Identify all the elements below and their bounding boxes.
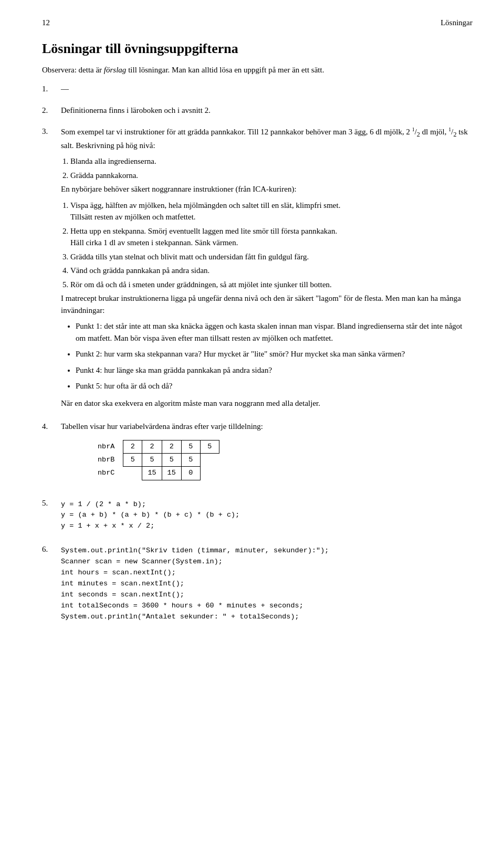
- intro-text-before: Observera: detta är: [42, 66, 104, 74]
- section-3-para2: En nybörjare behöver säkert noggrannare …: [61, 183, 472, 195]
- sublist-item-1: Blanda alla ingredienserna.: [70, 157, 156, 165]
- section-5-content: y = 1 / (2 * a * b); y = (a + b) * (a + …: [61, 497, 472, 534]
- page-number: 12: [42, 17, 50, 29]
- table-row: nbrA 2 2 2 5 5: [92, 440, 219, 453]
- nbrA-val3: 2: [162, 440, 181, 453]
- section-4-content: Tabellen visar hur variabelvärdena ändra…: [61, 421, 472, 487]
- section-3-text2: dl mjöl,: [422, 128, 447, 136]
- section-5-code: y = 1 / (2 * a * b); y = (a + b) * (a + …: [61, 499, 472, 532]
- nbrC-val1: [123, 467, 142, 480]
- nbrB-val4: 5: [181, 454, 200, 467]
- section-5: 5. y = 1 / (2 * a * b); y = (a + b) * (a…: [42, 497, 472, 534]
- section-5-num: 5.: [42, 497, 61, 534]
- list-item: Blanda alla ingredienserna.: [70, 155, 472, 167]
- detailed-item-2-extra: Häll cirka 1 dl av smeten i stekpannan. …: [70, 238, 238, 247]
- nbrC-val5: [200, 467, 219, 480]
- nbrA-val2: 2: [142, 440, 162, 453]
- section-2-num: 2.: [42, 104, 61, 117]
- nbrB-val2: 5: [142, 454, 162, 467]
- list-item: Grädda tills ytan stelnat och blivit mat…: [70, 251, 472, 263]
- detailed-item-1-main: Vispa ägg, hälften av mjölken, hela mjöl…: [70, 201, 340, 209]
- section-1-content: —: [61, 83, 472, 95]
- nbrC-val3: 15: [162, 467, 181, 480]
- list-item: Punkt 4: hur länge ska man grädda pannka…: [76, 364, 472, 376]
- section-6-content: System.out.println("Skriv tiden (timmar,…: [61, 543, 472, 624]
- nbrA-val5: 5: [200, 440, 219, 453]
- page-chapter: Lösningar: [440, 17, 472, 29]
- section-3-num: 3.: [42, 125, 61, 413]
- detailed-item-2-main: Hetta upp en stekpanna. Smörj eventuellt…: [70, 227, 337, 235]
- table-row: nbrC 15 15 0: [92, 467, 219, 480]
- nbrB-val3: 5: [162, 454, 181, 467]
- nbrC-label: nbrC: [92, 467, 123, 480]
- list-item: Vänd och grädda pannkakan på andra sidan…: [70, 265, 472, 277]
- table-row: nbrB 5 5 5 5: [92, 454, 219, 467]
- list-item: Grädda pannkakorna.: [70, 170, 472, 182]
- section-2-content: Definitionerna finns i läroboken och i a…: [61, 104, 472, 117]
- section-1-num: 1.: [42, 83, 61, 95]
- section-3-bullet-list: Punkt 1: det står inte att man ska knäck…: [76, 320, 472, 392]
- section-6-code: System.out.println("Skriv tiden (timmar,…: [61, 545, 472, 622]
- section-1: 1. —: [42, 83, 472, 95]
- nbrB-val1: 5: [123, 454, 142, 467]
- section-2: 2. Definitionerna finns i läroboken och …: [42, 104, 472, 117]
- detailed-item-1-extra: Tillsätt resten av mjölken och matfettet…: [70, 213, 196, 221]
- list-item: Rör om då och då i smeten under gräddnin…: [70, 279, 472, 291]
- variable-table-section: nbrA 2 2 2 5 5 nbrB 5 5 5 5: [92, 440, 472, 480]
- nbrB-val5: [200, 454, 219, 467]
- list-item: Punkt 2: hur varm ska stekpannan vara? H…: [76, 348, 472, 360]
- page-title: Lösningar till övningsuppgifterna: [42, 38, 472, 59]
- detailed-item-4-main: Vänd och grädda pannkakan på andra sidan…: [70, 266, 209, 275]
- nbrA-label: nbrA: [92, 440, 123, 453]
- section-6-num: 6.: [42, 543, 61, 624]
- list-item: Punkt 5: hur ofta är då och då?: [76, 380, 472, 392]
- nbrC-val2: 15: [142, 467, 162, 480]
- section-3-para3: I matrecept brukar instruktionerna ligga…: [61, 292, 472, 316]
- nbrC-val4: 0: [181, 467, 200, 480]
- section-3: 3. Som exempel tar vi instruktioner för …: [42, 125, 472, 413]
- section-3-para1: Som exempel tar vi instruktioner för att…: [61, 125, 472, 151]
- nbrA-val4: 5: [181, 440, 200, 453]
- nbrA-val1: 2: [123, 440, 142, 453]
- section-3-detailed-list: Vispa ägg, hälften av mjölken, hela mjöl…: [70, 200, 472, 291]
- list-item: Punkt 1: det står inte att man ska knäck…: [76, 320, 472, 344]
- nbrB-label: nbrB: [92, 454, 123, 467]
- section-3-text1: Som exempel tar vi instruktioner för att…: [61, 128, 410, 136]
- intro-italic: förslag: [104, 66, 127, 74]
- list-item: Vispa ägg, hälften av mjölken, hela mjöl…: [70, 200, 472, 223]
- intro-paragraph: Observera: detta är förslag till lösning…: [42, 64, 472, 76]
- section-4: 4. Tabellen visar hur variabelvärdena än…: [42, 421, 472, 487]
- section-6: 6. System.out.println("Skriv tiden (timm…: [42, 543, 472, 624]
- page-header: 12 Lösningar: [42, 17, 472, 29]
- sublist-item-2: Grädda pannkakorna.: [70, 171, 138, 180]
- intro-text-after: till lösningar. Man kan alltid lösa en u…: [126, 66, 324, 74]
- variable-table: nbrA 2 2 2 5 5 nbrB 5 5 5 5: [92, 440, 219, 480]
- section-3-sublist: Blanda alla ingredienserna. Grädda pannk…: [70, 155, 472, 181]
- section-3-content: Som exempel tar vi instruktioner för att…: [61, 125, 472, 413]
- section-4-text: Tabellen visar hur variabelvärdena ändra…: [61, 421, 472, 433]
- list-item: Hetta upp en stekpanna. Smörj eventuellt…: [70, 225, 472, 249]
- section-4-num: 4.: [42, 421, 61, 487]
- detailed-item-3-main: Grädda tills ytan stelnat och blivit mat…: [70, 253, 309, 261]
- detailed-item-5-main: Rör om då och då i smeten under gräddnin…: [70, 280, 332, 289]
- section-3-para4: När en dator ska exekvera en algoritm må…: [61, 397, 472, 410]
